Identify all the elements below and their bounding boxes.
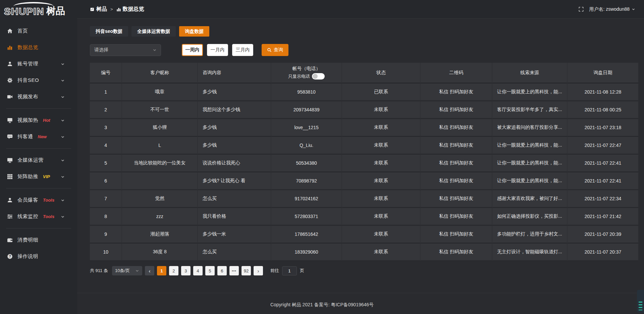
next-page-button[interactable]: ›: [254, 266, 263, 275]
range-button-0[interactable]: 一周内: [182, 44, 203, 56]
page-button-92[interactable]: 92: [241, 266, 251, 275]
tab-omni-media-data[interactable]: 全媒体运营数据: [131, 26, 176, 37]
sidebar-item-label: 会员爆客: [17, 197, 38, 203]
cell-nickname: 潮起潮落: [122, 226, 198, 244]
breadcrumb-root[interactable]: 树品: [90, 6, 107, 13]
sidebar-item-home[interactable]: 首页: [0, 23, 77, 39]
member-icon: [7, 197, 13, 203]
cell-content: 怎么买: [198, 190, 271, 208]
table-row: 2不可一世我想问这个多少钱2097344839未联系私信 扫码加好友客厅安装投影…: [90, 101, 638, 119]
date-range-buttons: 一周内一月内三月内: [182, 44, 253, 56]
sidebar-item-data-overview[interactable]: 数据总览: [0, 39, 77, 56]
breadcrumb-root-label: 树品: [96, 6, 107, 13]
col-source: 线索来源: [492, 63, 568, 84]
widget-bars-icon: [639, 302, 642, 310]
table-row: 1036度 8怎么买183929060未联系私信 扫码加好友无主灯设计，智能磁吸…: [90, 244, 638, 261]
cell-source-link[interactable]: 无主灯设计，智能磁吸轨道灯...: [492, 244, 568, 261]
page-button-2[interactable]: 2: [169, 266, 178, 275]
cell-qrcode-link[interactable]: 私信 扫码加好友: [421, 172, 492, 190]
cell-qrcode-link[interactable]: 私信 扫码加好友: [421, 226, 492, 244]
breadcrumb-separator: >: [110, 7, 113, 12]
cell-qrcode-link[interactable]: 私信 扫码加好友: [421, 190, 492, 208]
phone-only-toggle[interactable]: [312, 73, 325, 80]
cell-source-link[interactable]: 多功能护栏灯，适用于乡村文...: [492, 226, 568, 244]
cell-qrcode-link[interactable]: 私信 扫码加好友: [421, 84, 492, 101]
cell-source-link[interactable]: 被大家追着问的客厅投影分享...: [492, 119, 568, 137]
page-button-6[interactable]: 6: [217, 266, 227, 275]
cell-account: 70898792: [271, 172, 342, 190]
cell-qrcode-link[interactable]: 私信 扫码加好友: [421, 208, 492, 226]
cell-qrcode-link[interactable]: 私信 扫码加好友: [421, 244, 492, 261]
floating-side-widget[interactable]: [637, 290, 644, 313]
chevron-down-icon: [632, 7, 635, 11]
cell-qrcode-link[interactable]: 私信 扫码加好友: [421, 137, 492, 155]
sidebar-item-douketong[interactable]: 抖客通New: [0, 128, 77, 145]
cell-source-link[interactable]: 感谢大家喜欢我家，被问了好...: [492, 190, 568, 208]
user-menu[interactable]: 用户名: zswodun88: [589, 6, 635, 12]
chevron-down-icon: [60, 95, 66, 99]
cell-source-link[interactable]: 客厅安装投影半年多了，真实...: [492, 101, 568, 119]
tab-inquiry-data[interactable]: 询盘数据: [179, 26, 209, 37]
cell-source-link[interactable]: 让你一眼就爱上的黑科技，能...: [492, 155, 568, 172]
sidebar-item-account-manage[interactable]: 账号管理: [0, 56, 77, 72]
cell-nickname: [122, 172, 198, 190]
cell-source-link[interactable]: 如何正确选择投影仪，买投影...: [492, 208, 568, 226]
cell-id: 3: [90, 119, 122, 137]
cell-qrcode-link[interactable]: 私信 扫码加好友: [421, 155, 492, 172]
sidebar-item-lead-monitor[interactable]: 线索监控Tools: [0, 208, 77, 225]
prev-page-button[interactable]: ‹: [145, 266, 154, 275]
sidebar-item-spend-detail[interactable]: 消费明细: [0, 232, 77, 248]
cell-status: 已联系: [342, 84, 421, 101]
sidebar-item-matrix-boost[interactable]: 矩阵助推VIP: [0, 168, 77, 185]
cell-content: 我只看价格: [198, 208, 271, 226]
sidebar-badge: Hot: [43, 118, 50, 123]
sidebar-item-label: 账号管理: [17, 61, 38, 67]
sidebar-item-video-heating[interactable]: 视频加热Hot: [0, 112, 77, 128]
sidebar-item-douyin-seo[interactable]: 抖音SEO: [0, 72, 77, 89]
cell-source-link[interactable]: 让你一眼就爱上的黑科技，能...: [492, 84, 568, 101]
cell-nickname: L: [122, 137, 198, 155]
breadcrumb-current-label: 数据总览: [123, 6, 144, 13]
table-row: 3狐小狸多少钱love__1215未联系私信 扫码加好友被大家追着问的客厅投影分…: [90, 119, 638, 137]
sidebar-item-instructions[interactable]: ?操作说明: [0, 248, 77, 265]
sidebar-item-omni-media[interactable]: 全媒体运营: [0, 152, 77, 168]
cell-qrcode-link[interactable]: 私信 扫码加好友: [421, 101, 492, 119]
fullscreen-icon[interactable]: [579, 7, 584, 12]
cell-date: 2021-11-07 20:37: [568, 244, 638, 261]
breadcrumb-current[interactable]: 数据总览: [116, 6, 144, 13]
goto-page-input[interactable]: [282, 266, 297, 275]
cell-nickname: 当地比较能吃的一位美女: [122, 155, 198, 172]
page-size-select[interactable]: 10条/页: [112, 266, 142, 275]
page-button-3[interactable]: 3: [181, 266, 191, 275]
more-pages-button[interactable]: •••: [229, 266, 239, 275]
filter-select[interactable]: 请选择: [90, 44, 161, 56]
sidebar-item-member-baoke[interactable]: 会员爆客Tools: [0, 192, 77, 208]
range-button-2[interactable]: 三月内: [232, 44, 253, 56]
page-button-5[interactable]: 5: [205, 266, 215, 275]
sliders-icon: [7, 214, 13, 219]
cell-id: 5: [90, 155, 122, 172]
cell-source-link[interactable]: 让你一眼就爱上的黑科技，能...: [492, 137, 568, 155]
sidebar-item-label: 线索监控: [17, 213, 38, 220]
cell-source-link[interactable]: 让你一眼就爱上的黑科技，能...: [492, 172, 568, 190]
cell-content: 多少钱一米: [198, 226, 271, 244]
cell-nickname: 36度 8: [122, 244, 198, 261]
query-button[interactable]: 查询: [262, 44, 288, 56]
cell-date: 2021-11-07 22:41: [568, 172, 638, 190]
col-account-title: 帐号（电话）: [275, 66, 338, 72]
table-row: 4L多少钱Q_Liu.未联系私信 扫码加好友让你一眼就爱上的黑科技，能...20…: [90, 137, 638, 155]
page-button-4[interactable]: 4: [193, 266, 203, 275]
copyright-text: Copyright 树品 2021 备案号: 粤ICP备09019646号: [270, 302, 374, 307]
cell-content: 说说价格让我死心: [198, 155, 271, 172]
sidebar-item-video-publish[interactable]: 视频发布: [0, 89, 77, 105]
tab-douyin-seo-data[interactable]: 抖音seo数据: [90, 26, 128, 37]
sidebar-divider: [6, 148, 71, 149]
page-button-1[interactable]: 1: [157, 266, 166, 275]
gear-icon: [7, 77, 13, 83]
cell-qrcode-link[interactable]: 私信 扫码加好友: [421, 119, 492, 137]
cell-nickname: 哦章: [122, 84, 198, 101]
cell-status: 未联系: [342, 244, 421, 261]
range-button-1[interactable]: 一月内: [207, 44, 228, 56]
sidebar-badge: Tools: [43, 198, 54, 203]
cell-status: 未联系: [342, 155, 421, 172]
